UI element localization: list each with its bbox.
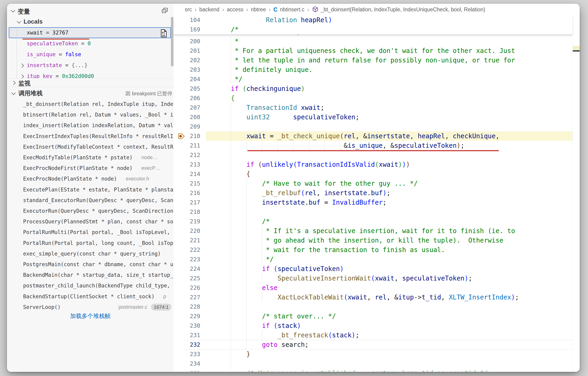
line-number[interactable]: 207 — [183, 103, 200, 112]
stack-frame[interactable]: BackendStartup(ClientSocket * client_soc… — [7, 291, 174, 302]
stack-frame[interactable]: ServerLoop()postmaster.c1674:1 — [7, 302, 174, 312]
code-line[interactable]: 203* definitely unique. — [174, 65, 580, 75]
line-number[interactable]: 206 — [183, 93, 200, 103]
code-line[interactable]: 169/* — [174, 25, 580, 34]
line-number[interactable]: 204 — [183, 75, 200, 84]
stack-frame[interactable]: ExecutePlan(EState * estate, PlanState *… — [7, 184, 174, 195]
line-number[interactable]: 201 — [183, 46, 200, 55]
code-line[interactable]: 230if (stack) — [174, 321, 580, 331]
breadcrumb-item[interactable]: src — [185, 6, 192, 13]
stack-frame[interactable]: postmaster_child_launch(BackendType chil… — [7, 280, 174, 291]
line-number[interactable]: 205 — [183, 84, 200, 93]
code-line[interactable]: 218 — [174, 207, 580, 217]
code-line[interactable]: 104Relation heapRel) — [174, 15, 580, 25]
code-line[interactable]: 207TransactionId xwait; — [174, 103, 580, 112]
line-number[interactable]: 228 — [183, 302, 200, 311]
variable-row[interactable]: is_unique = false — [7, 49, 174, 60]
code-line[interactable]: 208uint32 speculativeToken; — [174, 112, 580, 122]
watch-section-header[interactable]: 监视 — [7, 78, 174, 87]
sidebar-scrollbar[interactable] — [171, 17, 173, 66]
line-number[interactable]: 226 — [183, 283, 200, 293]
stack-frame[interactable]: _bt_doinsert(Relation rel, IndexTuple it… — [7, 99, 174, 109]
variable-row[interactable]: xwait = 327670110 — [9, 27, 171, 38]
code-line[interactable]: 233} — [174, 349, 580, 359]
breadcrumb-symbol[interactable]: _bt_doinsert(Relation, IndexTuple, Index… — [321, 6, 485, 13]
line-number[interactable]: 202 — [183, 55, 200, 65]
code-line[interactable]: 219/* — [174, 217, 580, 226]
code-line[interactable]: 229/* start over... */ — [174, 311, 580, 321]
code-line[interactable]: 222* wait for the transaction to finish … — [174, 245, 580, 254]
callstack-section-header[interactable]: 调用堆栈 因 breakpoint 已暂停 — [7, 87, 174, 99]
code-line[interactable]: 210xwait = _bt_check_unique(rel, &insert… — [174, 131, 580, 141]
line-number[interactable]: 234 — [183, 359, 200, 368]
line-number[interactable]: 211 — [183, 141, 200, 150]
line-number[interactable]: 209 — [183, 122, 200, 131]
stack-frame[interactable]: ExecProcNodeFirst(PlanState * node)execP… — [7, 163, 174, 173]
line-number[interactable]: 222 — [183, 245, 200, 254]
code-line[interactable]: 235/* Uniqueness is established -- resto… — [174, 368, 580, 372]
stack-frame[interactable]: PortalRunMulti(Portal portal, _Bool isTo… — [7, 227, 174, 237]
line-number[interactable]: 215 — [183, 179, 200, 188]
line-number[interactable]: 219 — [183, 217, 200, 226]
line-number[interactable]: 216 — [183, 188, 200, 198]
code-line[interactable]: 223*/ — [174, 254, 580, 264]
code-line[interactable]: 234 — [174, 359, 580, 368]
line-number[interactable]: 227 — [183, 293, 200, 302]
stack-frame[interactable]: BackendMain(char * startup_data, size_t … — [7, 270, 174, 280]
load-more-frames-link[interactable]: 加载多个堆栈帧 — [7, 312, 174, 320]
code-line[interactable]: 214{ — [174, 169, 580, 179]
line-number[interactable]: 235 — [183, 368, 200, 372]
code-line[interactable]: 206{ — [174, 93, 580, 103]
line-number[interactable]: 230 — [183, 321, 200, 331]
code-line[interactable]: 213if (unlikely(TransactionIdIsValid(xwa… — [174, 160, 580, 169]
variable-row[interactable]: itup_key = 0x362d00d0 — [7, 71, 174, 78]
stack-frame[interactable]: btinsert(Relation rel, Datum * values, _… — [7, 109, 174, 120]
code-line[interactable]: 205if (checkingunique) — [174, 84, 580, 93]
breakpoint-hit-icon[interactable] — [178, 133, 185, 140]
line-number[interactable]: 229 — [183, 311, 200, 321]
code-line[interactable]: 215/* Have to wait for the other guy ...… — [174, 179, 580, 188]
stack-frame[interactable]: ExecInsertIndexTuples(ResultRelInfo * re… — [7, 131, 174, 142]
breadcrumb-item[interactable]: backend — [199, 6, 220, 13]
stack-frame[interactable]: index_insert(Relation indexRelation, Dat… — [7, 120, 174, 131]
code-line[interactable]: 204*/ — [174, 75, 580, 84]
stack-frame[interactable]: standard_ExecutorRun(QueryDesc * queryDe… — [7, 195, 174, 206]
overview-ruler-cursor-mark[interactable] — [573, 50, 580, 52]
chevron-right-icon[interactable] — [20, 74, 24, 78]
stack-frame[interactable]: ExecProcNode(PlanState * node)executor.h — [7, 173, 174, 184]
variable-row[interactable]: insertstate = {...} — [7, 60, 174, 71]
code-line[interactable]: 227XactLockTableWait(xwait, rel, &itup->… — [174, 293, 580, 302]
line-number[interactable]: 200 — [183, 36, 200, 46]
breadcrumb-file[interactable]: nbtinsert.c — [280, 6, 304, 13]
line-number[interactable]: 203 — [183, 65, 200, 75]
stack-frame[interactable]: ExecModifyTable(PlanState * pstate)node… — [7, 152, 174, 163]
line-number[interactable]: 217 — [183, 198, 200, 207]
line-number[interactable]: 233 — [183, 349, 200, 359]
line-number[interactable]: 223 — [183, 254, 200, 264]
stack-frame[interactable]: ExecutorRun(QueryDesc * queryDesc, ScanD… — [7, 206, 174, 216]
stack-frame[interactable]: ProcessQuery(PlannedStmt * plan, const c… — [7, 216, 174, 227]
breadcrumb-item[interactable]: nbtree — [251, 6, 266, 13]
code-line[interactable]: 217insertstate.buf = InvalidBuffer; — [174, 198, 580, 207]
line-number[interactable]: 231 — [183, 331, 200, 340]
line-number[interactable]: 213 — [183, 160, 200, 169]
variable-row[interactable]: speculativeToken = 0 — [7, 38, 174, 49]
breadcrumb-item[interactable]: access — [227, 6, 243, 13]
chevron-right-icon[interactable] — [20, 63, 24, 67]
code-line[interactable]: 212 — [174, 150, 580, 160]
code-line[interactable]: 220* If it's a speculative insertion, wa… — [174, 226, 580, 236]
code-line[interactable]: 211&is_unique, &speculativeToken); — [174, 141, 580, 150]
code-line[interactable]: 224if (speculativeToken) — [174, 264, 580, 274]
sticky-scroll-lines[interactable]: 104Relation heapRel)169/* — [174, 15, 573, 34]
line-number[interactable]: 104 — [183, 15, 200, 25]
line-number[interactable]: 221 — [183, 236, 200, 245]
code-line[interactable]: 231_bt_freestack(stack); — [174, 331, 580, 340]
line-number[interactable]: 169 — [183, 25, 200, 34]
line-number[interactable]: 225 — [183, 274, 200, 283]
line-number[interactable]: 208 — [183, 112, 200, 122]
line-number[interactable]: 212 — [183, 150, 200, 160]
code-line[interactable]: 209 — [174, 122, 580, 131]
line-number[interactable]: 218 — [183, 207, 200, 217]
stack-frame[interactable]: exec_simple_query(const char * query_str… — [7, 248, 174, 259]
line-number[interactable]: 214 — [183, 169, 200, 179]
